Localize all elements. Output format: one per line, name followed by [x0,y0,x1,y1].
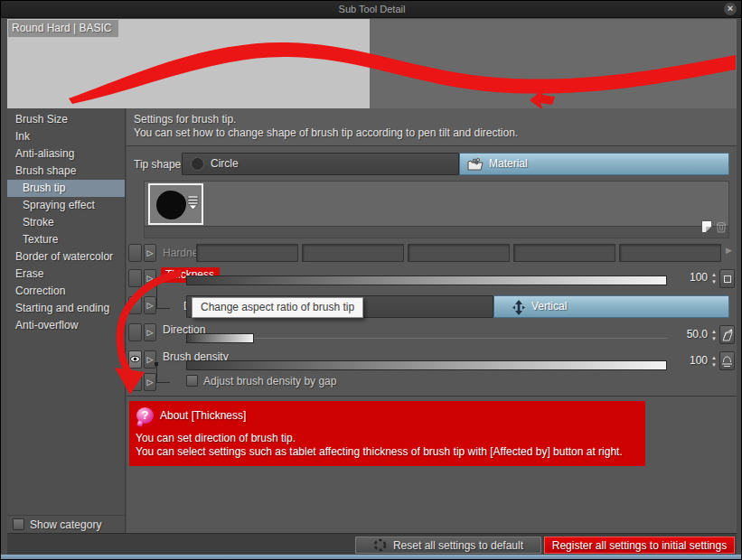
about-line-1: You can set direction of brush tip. [136,432,296,444]
title-bar: Sub Tool Detail × [1,1,742,18]
description-line-1: Settings for brush tip. [134,113,737,126]
thickness-value: 100 [668,271,708,284]
direction-spinner[interactable]: ▲▼ [709,328,719,344]
hardness-presets [196,244,729,264]
reset-spinner-icon [373,538,387,552]
tooltip: Change aspect ratio of brush tip [192,297,363,318]
thickness-expand-button[interactable]: ▷ [144,269,156,287]
airbrush-icon [721,355,733,367]
description-line-2: You can set how to change shape of brush… [134,126,737,140]
help-balloon-icon: ? [136,407,154,424]
tip-shape-circle-button[interactable]: Circle [182,153,459,175]
delete-material-icon[interactable] [716,221,727,233]
reset-button-label: Reset all settings to default [393,539,523,552]
sub-tool-detail-dialog: Sub Tool Detail × Round Hard | BASIC Bru… [0,0,742,560]
adjust-gap-checkbox[interactable] [186,375,198,387]
settings-panel: Settings for brush tip. You can set how … [127,108,737,533]
tree-connector [156,364,170,383]
thickness-slider[interactable] [186,275,667,286]
hardness-preset-5[interactable] [619,244,721,262]
category-sidebar: Brush Size Ink Anti-aliasing Brush shape… [7,108,126,533]
stroke-end-arrow [530,88,555,108]
hardness-preset-2[interactable] [302,244,404,262]
about-info-box: ? About [Thickness] You can set directio… [129,401,645,466]
footer-bar: Reset all settings to default Register a… [7,533,737,555]
aspect-expand-button[interactable]: ▷ [144,296,156,314]
hardness-visibility-toggle[interactable] [128,244,142,262]
density-expand-button[interactable]: ▷ [144,350,156,369]
aspect-vertical-button[interactable]: Vertical [493,295,729,318]
tip-shape-material-label: Material [489,157,528,170]
sidebar-item-border-of-watercolor[interactable]: Border of watercolor [7,248,125,266]
show-category-label: Show category [30,518,101,531]
section-divider [127,396,737,397]
thumbnail-menu-icon[interactable] [187,196,199,210]
sidebar-item-ink[interactable]: Ink [7,128,125,145]
pen-tilt-icon [721,329,733,341]
brush-tip-thumbnail[interactable] [148,183,203,225]
panel-description: Settings for brush tip. You can set how … [127,108,737,146]
direction-expand-button[interactable]: ▷ [144,323,156,341]
direction-value: 50.0 [668,328,708,341]
sidebar-item-stroke[interactable]: Stroke [7,214,125,231]
adjust-gap-expand-button[interactable]: ▷ [144,373,156,391]
sidebar-item-anti-aliasing[interactable]: Anti-aliasing [7,145,125,163]
about-title: About [Thickness] [160,409,246,422]
sidebar-item-anti-overflow[interactable]: Anti-overflow [7,317,125,334]
density-slider[interactable] [186,360,667,371]
circle-tip-icon [192,158,203,170]
hardness-expand-button[interactable]: ▷ [144,244,156,262]
material-icon [467,157,484,172]
hardness-preset-1[interactable] [196,244,298,262]
sidebar-item-starting-and-ending[interactable]: Starting and ending [7,300,125,317]
hardness-preset-4[interactable] [513,244,615,262]
tip-shape-material-button[interactable]: Material [459,153,729,175]
adjust-gap-visibility-toggle[interactable] [128,373,142,391]
reset-all-settings-button[interactable]: Reset all settings to default [355,537,541,554]
brush-stroke-preview: Round Hard | BASIC [7,19,737,108]
sidebar-item-correction[interactable]: Correction [7,283,125,300]
dialog-title: Sub Tool Detail [1,4,742,14]
square-icon [724,275,731,283]
sidebar-item-brush-shape[interactable]: Brush shape [7,163,125,180]
register-all-settings-button[interactable]: Register all settings to initial setting… [544,537,735,554]
presets-next-icon[interactable]: ▶ [726,246,732,255]
tree-connector [156,283,170,309]
thickness-spinner[interactable]: ▲▼ [709,271,719,287]
tip-material-toolbar [144,226,729,238]
hardness-preset-3[interactable] [408,244,510,262]
thickness-affected-by-button[interactable] [719,269,735,288]
close-icon[interactable]: × [724,3,737,15]
about-line-2: You can select settings such as tablet a… [136,445,623,458]
tree-node-dot [155,362,158,366]
thickness-visibility-toggle[interactable] [128,269,142,287]
sidebar-item-spraying-effect[interactable]: Spraying effect [7,197,125,214]
eye-icon [130,355,140,363]
tip-shape-circle-label: Circle [211,157,239,170]
sidebar-item-brush-size[interactable]: Brush Size [7,111,125,128]
sidebar-item-erase[interactable]: Erase [7,266,125,283]
direction-visibility-toggle[interactable] [128,323,142,341]
sidebar-item-brush-tip[interactable]: Brush tip [7,180,125,197]
register-button-label: Register all settings to initial setting… [552,539,727,552]
show-category-checkbox[interactable] [13,518,24,530]
direction-affected-by-button[interactable] [719,325,735,344]
density-visibility-toggle[interactable] [128,350,142,369]
aspect-visibility-toggle[interactable] [128,296,142,314]
window-bottom-edge [1,555,742,560]
density-value: 100 [668,354,708,367]
density-spinner[interactable]: ▲▼ [709,354,719,370]
density-affected-by-button[interactable] [719,351,735,370]
aspect-vertical-label: Vertical [531,300,567,313]
vertical-arrows-icon [512,300,526,315]
add-material-icon[interactable] [701,220,712,233]
current-tool-label: Round Hard | BASIC [8,20,118,37]
direction-slider[interactable] [186,333,667,344]
sidebar-item-texture[interactable]: Texture [7,231,125,248]
tip-shape-image [156,191,186,219]
tip-shape-label: Tip shape [134,158,181,171]
tip-material-area [144,181,729,226]
show-category-row: Show category [7,515,126,533]
adjust-gap-label: Adjust brush density by gap [203,375,336,387]
tree-node-dot [155,281,158,285]
